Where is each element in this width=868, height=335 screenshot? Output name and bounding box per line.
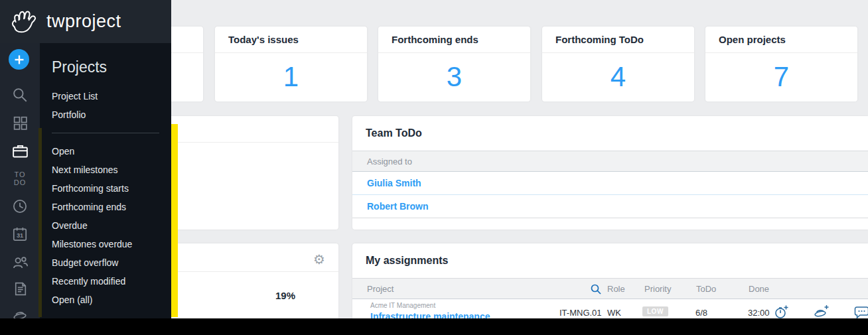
project-code: IT-MNG.01 [559, 308, 602, 318]
sidebar: TO DO 31 [0, 43, 40, 335]
brand-name: twproject [46, 11, 121, 32]
team-todo-panel: Team ToDo Assigned to Giulia Smith Rober… [352, 116, 868, 230]
todo-label: TO DO [14, 170, 27, 186]
add-button[interactable] [9, 49, 29, 70]
menu-item-milestones-overdue[interactable]: Milestones overdue [40, 235, 171, 253]
left-panel-top [166, 116, 338, 230]
stat-card-forthcoming-ends[interactable]: Forthcoming ends 3 [378, 27, 530, 101]
dimmed-highlight-strip [38, 128, 42, 317]
sidebar-item-calendar[interactable]: 31 [0, 221, 40, 247]
svg-text:31: 31 [17, 232, 23, 239]
sidebar-item-todo[interactable]: TO DO [0, 165, 40, 192]
document-icon [12, 281, 29, 297]
menu-item-forthcoming-ends[interactable]: Forthcoming ends [40, 198, 171, 216]
stat-card-value: 3 [378, 53, 530, 101]
panel-title: My assignments [366, 255, 448, 267]
sidebar-item-resources[interactable] [0, 249, 40, 275]
briefcase-icon [11, 142, 29, 160]
priority-badge: LOW [642, 306, 668, 316]
assignee-link[interactable]: Robert Brown [367, 201, 429, 212]
column-header-priority: Priority [644, 284, 671, 294]
table-row: Giulia Smith [352, 172, 868, 195]
stat-card-header: Today's issues [215, 27, 367, 53]
panel-header: Team ToDo [352, 116, 868, 151]
sidebar-item-search[interactable] [0, 82, 40, 108]
clock-icon [11, 198, 29, 215]
menu-item-forthcoming-starts[interactable]: Forthcoming starts [40, 179, 171, 198]
menu-item-portfolio[interactable]: Portfolio [40, 105, 171, 124]
sidebar-item-documents[interactable] [0, 275, 40, 302]
stat-card-header: Forthcoming ToDo [542, 27, 694, 53]
stat-card-label: Forthcoming ends [392, 34, 478, 45]
menu-item-open-all[interactable]: Open (all) [40, 291, 171, 309]
comment-icon[interactable] [854, 305, 868, 319]
column-header-role: Role [607, 284, 625, 294]
search-icon[interactable] [590, 283, 602, 295]
panel-header [166, 116, 338, 143]
progress-percent: 19% [265, 290, 305, 301]
stat-card-label: Open projects [719, 34, 786, 45]
assignee-link[interactable]: Giulia Smith [367, 178, 421, 188]
menu-divider [52, 133, 159, 133]
column-header-done: Done [749, 284, 769, 294]
role-value: WK [607, 308, 621, 318]
dashboard-icon [12, 115, 29, 131]
people-icon [11, 253, 29, 271]
stat-card-label: Forthcoming ToDo [555, 34, 644, 45]
menu-item-budget-overflow[interactable]: Budget overflow [40, 253, 171, 272]
done-value: 32:00 [748, 308, 770, 318]
stat-card-value: 1 [215, 53, 367, 101]
stat-card-value: 4 [542, 53, 694, 101]
project-group-label: Acme IT Management [370, 302, 435, 309]
menu-item-next-milestones[interactable]: Next milestones [40, 161, 171, 179]
flyout-title: Projects [40, 58, 171, 76]
menu-item-overdue[interactable]: Overdue [40, 216, 171, 235]
panel-header: My assignments [352, 243, 868, 278]
stat-card-label: Today's issues [228, 34, 299, 45]
sidebar-item-timesheet[interactable] [0, 193, 40, 220]
panel-header: ⚙ [166, 243, 338, 272]
gear-icon[interactable]: ⚙ [313, 253, 325, 266]
app-header: twproject [0, 0, 171, 43]
panel-title: Team ToDo [366, 127, 422, 139]
calendar-icon: 31 [11, 226, 29, 243]
sidebar-item-projects[interactable] [0, 137, 40, 164]
menu-item-open[interactable]: Open [40, 142, 171, 161]
stat-card-header: Forthcoming ends [378, 27, 530, 53]
column-header-project: Project [367, 284, 394, 294]
table-row: Robert Brown [352, 195, 868, 218]
todo-value: 6/8 [695, 308, 707, 318]
sidebar-item-dashboard[interactable] [0, 109, 40, 136]
bottom-letterbox-bar [0, 318, 868, 335]
projects-flyout-menu: Projects Project List Portfolio Open Nex… [40, 43, 171, 318]
column-header-assigned-to: Assigned to [367, 157, 412, 167]
table-header-row: Project Role Priority ToDo Done [352, 278, 868, 299]
column-header-todo: ToDo [696, 284, 716, 294]
stat-card-forthcoming-todo[interactable]: Forthcoming ToDo 4 [542, 27, 694, 101]
search-icon [11, 86, 29, 103]
menu-item-recently-modified[interactable]: Recently modified [40, 272, 171, 291]
table-header-row: Assigned to [352, 151, 868, 172]
stat-card-header: Open projects [705, 27, 857, 53]
stat-card-todays-issues[interactable]: Today's issues 1 [215, 27, 367, 101]
stat-card-open-projects[interactable]: Open projects 7 [705, 27, 857, 101]
stat-card-value: 7 [705, 53, 857, 101]
menu-item-project-list[interactable]: Project List [40, 87, 171, 105]
yellow-highlight-bar [171, 124, 178, 317]
twproject-logo-icon [9, 8, 40, 36]
